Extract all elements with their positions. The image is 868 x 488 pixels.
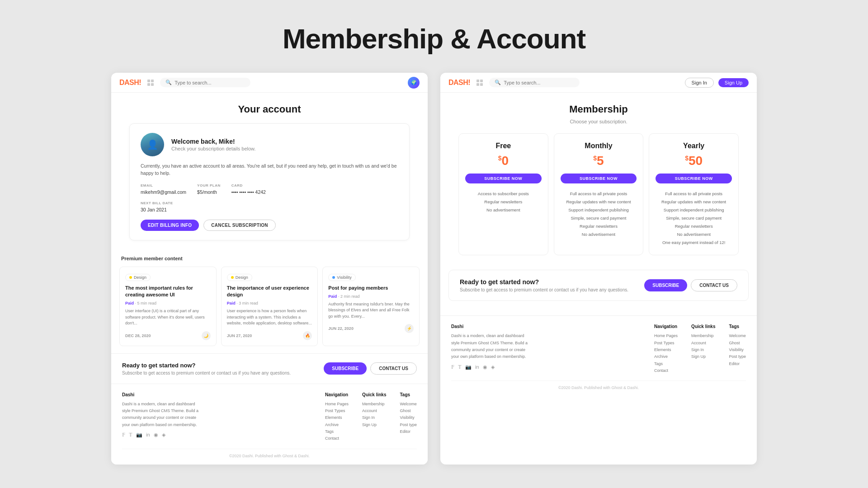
m-footer-nav-link-4[interactable]: Archive: [654, 353, 678, 360]
article-card-2: Design The importance of user experience…: [221, 267, 318, 346]
m-twitter-icon[interactable]: 𝕋: [458, 364, 462, 370]
m-footer-quick-link-4[interactable]: Sign Up: [691, 353, 715, 360]
membership-footer-brand-desc: Dashi is a modern, clean and dashboard s…: [451, 333, 533, 360]
m-footer-quick-link-3[interactable]: Sign In: [691, 347, 715, 353]
plan-meta: YOUR PLAN $5/month: [197, 183, 221, 196]
article-footer-3: JUN 22, 2020 ⚡: [328, 324, 414, 333]
free-feature-1: Access to subscriber posts: [465, 190, 542, 198]
m-footer-nav-link-1[interactable]: Home Pages: [654, 333, 678, 339]
m-footer-nav-link-6[interactable]: Contact: [654, 367, 678, 374]
yearly-feature-2: Regular updates with new content: [656, 198, 732, 206]
tag-dot-1: [129, 276, 132, 279]
membership-search[interactable]: 🔍: [489, 78, 580, 87]
monthly-features: Full access to all private posts Regular…: [561, 190, 637, 239]
m-footer-nav-link-3[interactable]: Elements: [654, 347, 678, 353]
plan-price-monthly: $5: [561, 154, 637, 168]
footer-tag-link-4[interactable]: Post type: [400, 422, 417, 428]
card-label: CARD: [231, 183, 266, 188]
membership-footer-quick: Quick links Membership Account Sign In S…: [691, 324, 715, 374]
membership-cta-buttons: SUBSCRIBE CONTACT US: [644, 279, 737, 291]
account-nav: DASH! 🔍 🌍: [111, 73, 428, 93]
membership-footer-brand-name: Dashi: [451, 324, 641, 329]
yearly-feature-7: One easy payment instead of 12!: [656, 239, 732, 247]
instagram-icon[interactable]: 📷: [136, 432, 142, 438]
membership-nav: DASH! 🔍 Sign In Sign Up: [440, 73, 757, 93]
m-footer-nav-link-2[interactable]: Post Types: [654, 340, 678, 347]
footer-quick-link-4[interactable]: Sign Up: [362, 422, 386, 428]
subscribe-button[interactable]: SUBSCRIBE: [324, 362, 367, 375]
membership-logo: DASH!: [448, 79, 470, 87]
membership-footer-grid: Dashi Dashi is a modern, clean and dashb…: [451, 324, 746, 374]
membership-grid-icon[interactable]: [476, 80, 483, 86]
plan-price-free: $0: [465, 154, 542, 168]
footer-tags: Tags Welcome Ghost Visibility Post type …: [400, 392, 417, 442]
membership-search-input[interactable]: [504, 80, 574, 85]
github-icon[interactable]: ◉: [154, 432, 158, 438]
contact-button[interactable]: CONTACT US: [370, 362, 417, 375]
user-avatar: 👤: [141, 133, 164, 156]
yearly-features: Full access to all private posts Regular…: [656, 190, 732, 247]
membership-contact-button[interactable]: CONTACT US: [691, 279, 737, 291]
account-actions: EDIT BILLING INFO CANCEL SUBSCRIPTION: [141, 220, 398, 231]
nav-right: 🌍: [408, 77, 420, 89]
subscribe-yearly-button[interactable]: SUBSCRIBE NOW: [656, 174, 732, 183]
linkedin-icon[interactable]: in: [146, 432, 150, 438]
m-rss-icon[interactable]: ◈: [491, 364, 495, 370]
footer-nav-link-3[interactable]: Elements: [325, 414, 349, 421]
footer-tag-link-2[interactable]: Ghost: [400, 408, 417, 414]
sign-up-button[interactable]: Sign Up: [718, 78, 749, 87]
m-footer-tag-link-5[interactable]: Editor: [729, 361, 746, 367]
next-bill-value: 30 Jan 2021: [141, 207, 167, 212]
article-icon-3: ⚡: [405, 324, 414, 333]
search-input[interactable]: [175, 80, 245, 85]
subscribe-free-button[interactable]: SUBSCRIBE NOW: [465, 174, 542, 183]
footer-tag-link-3[interactable]: Visibility: [400, 414, 417, 421]
edit-billing-button[interactable]: EDIT BILLING INFO: [141, 220, 199, 231]
membership-subscribe-button[interactable]: SUBSCRIBE: [644, 279, 687, 291]
subscribe-monthly-button[interactable]: SUBSCRIBE NOW: [561, 174, 637, 183]
footer-quick-link-3[interactable]: Sign In: [362, 414, 386, 421]
m-linkedin-icon[interactable]: in: [475, 364, 479, 370]
m-instagram-icon[interactable]: 📷: [465, 364, 472, 370]
m-footer-nav-link-5[interactable]: Tags: [654, 361, 678, 367]
footer-tag-link-5[interactable]: Editor: [400, 428, 417, 435]
plan-price-yearly: $50: [656, 154, 732, 168]
rss-icon[interactable]: ◈: [162, 432, 165, 438]
cta-subtitle: Subscribe to get access to premium conte…: [122, 371, 291, 375]
m-footer-tag-link-2[interactable]: Ghost: [729, 340, 746, 347]
monthly-feature-1: Full access to all private posts: [561, 190, 637, 198]
monthly-feature-3: Support independent publishing: [561, 206, 637, 214]
article-excerpt-1: User interface (UI) is a critical part o…: [125, 308, 211, 327]
cancel-subscription-button[interactable]: CANCEL SUBSCRIPTION: [203, 220, 276, 231]
grid-icon[interactable]: [147, 80, 154, 86]
free-features: Access to subscriber posts Regular newsl…: [465, 190, 542, 214]
footer-nav-link-1[interactable]: Home Pages: [325, 401, 349, 408]
account-footer: Dashi Dashi is a modern, clean and dashb…: [111, 384, 428, 465]
m-footer-tag-link-3[interactable]: Visibility: [729, 347, 746, 353]
footer-nav-link-6[interactable]: Contact: [325, 435, 349, 442]
m-footer-quick-link-1[interactable]: Membership: [691, 333, 715, 339]
membership-footer-tags-title: Tags: [729, 324, 746, 329]
panels-container: DASH! 🔍 🌍 Your account 👤: [0, 73, 868, 483]
facebook-icon[interactable]: 𝔽: [122, 432, 125, 438]
account-section: Your account 👤 Welcome back, Mike! Check…: [111, 93, 428, 256]
footer-tag-link-1[interactable]: Welcome: [400, 401, 417, 408]
footer-nav-title: Navigation: [325, 392, 349, 397]
twitter-icon[interactable]: 𝕋: [129, 432, 132, 438]
account-search[interactable]: 🔍: [160, 78, 250, 87]
sign-in-button[interactable]: Sign In: [685, 78, 714, 88]
footer-quick-link-2[interactable]: Account: [362, 408, 386, 414]
footer-quick-link-1[interactable]: Membership: [362, 401, 386, 408]
account-welcome: 👤 Welcome back, Mike! Check your subscri…: [141, 133, 398, 156]
avatar-image: 👤: [141, 133, 164, 156]
m-github-icon[interactable]: ◉: [483, 364, 487, 370]
footer-nav-link-2[interactable]: Post Types: [325, 408, 349, 414]
m-facebook-icon[interactable]: 𝔽: [451, 364, 454, 370]
footer-nav-link-5[interactable]: Tags: [325, 428, 349, 435]
m-footer-tag-link-4[interactable]: Post type: [729, 353, 746, 360]
article-card-1: Design The most important rules for crea…: [119, 267, 217, 346]
article-excerpt-2: User experience is how a person feels wh…: [227, 308, 312, 327]
m-footer-tag-link-1[interactable]: Welcome: [729, 333, 746, 339]
m-footer-quick-link-2[interactable]: Account: [691, 340, 715, 347]
footer-nav-link-4[interactable]: Archive: [325, 422, 349, 428]
